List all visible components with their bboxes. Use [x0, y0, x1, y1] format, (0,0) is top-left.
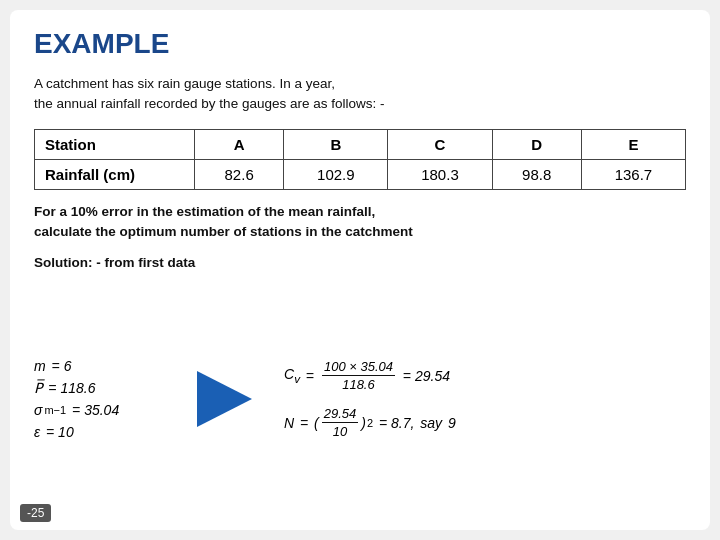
- table-row: Rainfall (cm) 82.6 102.9 180.3 98.8 136.…: [35, 159, 686, 189]
- right-formulas: Cv = 100 × 35.04 118.6 = 29.54 N = ( 29.…: [284, 359, 456, 439]
- col-a: A: [195, 129, 284, 159]
- arrow-container: [184, 371, 264, 427]
- cell-label: Rainfall (cm): [35, 159, 195, 189]
- cell-d: 98.8: [492, 159, 581, 189]
- n-fraction: 29.54 10: [322, 406, 359, 439]
- question-line1: For a 10% error in the estimation of the…: [34, 204, 375, 219]
- question-line2: calculate the optimum number of stations…: [34, 224, 413, 239]
- data-table: Station A B C D E Rainfall (cm) 82.6 102…: [34, 129, 686, 190]
- slide-title: EXAMPLE: [34, 28, 686, 60]
- cell-e: 136.7: [581, 159, 685, 189]
- formula-p: P̅ = 118.6: [34, 380, 174, 396]
- page-number: -25: [20, 504, 51, 522]
- col-e: E: [581, 129, 685, 159]
- question-text: For a 10% error in the estimation of the…: [34, 202, 686, 244]
- intro-line2: the annual rainfall recorded by the gaug…: [34, 96, 384, 111]
- left-formulas: m = 6 P̅ = 118.6 σm−1 = 35.04 ε = 10: [34, 358, 174, 440]
- intro-text: A catchment has six rain gauge stations.…: [34, 74, 686, 115]
- cell-c: 180.3: [388, 159, 492, 189]
- cv-fraction: 100 × 35.04 118.6: [322, 359, 395, 392]
- slide: EXAMPLE A catchment has six rain gauge s…: [10, 10, 710, 530]
- formula-m: m = 6: [34, 358, 174, 374]
- formula-epsilon: ε = 10: [34, 424, 174, 440]
- col-b: B: [284, 129, 388, 159]
- col-c: C: [388, 129, 492, 159]
- intro-line1: A catchment has six rain gauge stations.…: [34, 76, 335, 91]
- col-station: Station: [35, 129, 195, 159]
- solution-area: m = 6 P̅ = 118.6 σm−1 = 35.04 ε = 10 Cv …: [34, 282, 686, 516]
- formula-sigma: σm−1 = 35.04: [34, 402, 174, 418]
- formula-cv: Cv = 100 × 35.04 118.6 = 29.54: [284, 359, 456, 392]
- solution-label: Solution: - from first data: [34, 255, 686, 270]
- col-d: D: [492, 129, 581, 159]
- formula-n: N = ( 29.54 10 ) 2 = 8.7, say 9: [284, 406, 456, 439]
- arrow-right-icon: [197, 371, 252, 427]
- cell-b: 102.9: [284, 159, 388, 189]
- cell-a: 82.6: [195, 159, 284, 189]
